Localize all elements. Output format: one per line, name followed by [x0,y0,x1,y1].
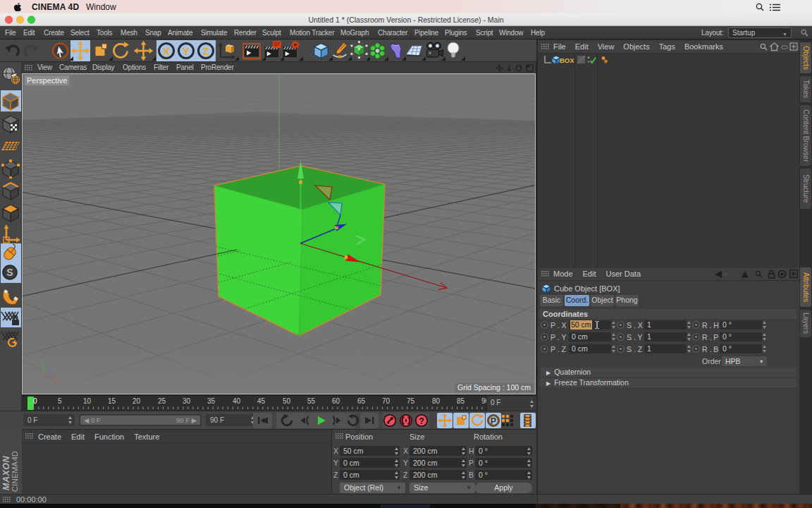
svg-text:Z: Z [202,45,209,57]
svg-text:X: X [55,379,59,385]
svg-text:?: ? [419,416,424,426]
svg-text:X: X [163,45,170,57]
svg-text:S: S [6,267,13,278]
svg-text:Y: Y [41,358,45,365]
svg-text:Y: Y [183,45,190,57]
svg-text:Z: Z [49,365,53,371]
svg-text:P: P [491,416,496,426]
